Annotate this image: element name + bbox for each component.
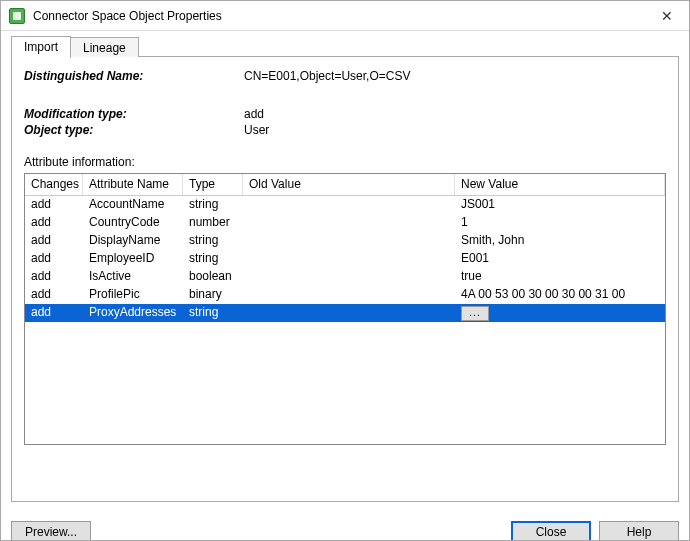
tab-strip: Import Lineage bbox=[11, 35, 679, 57]
label-attribute-information: Attribute information: bbox=[24, 155, 666, 169]
header-type[interactable]: Type bbox=[183, 174, 243, 195]
cell-type: binary bbox=[183, 286, 243, 304]
grid-header: Changes Attribute Name Type Old Value Ne… bbox=[25, 174, 665, 196]
attribute-grid: Changes Attribute Name Type Old Value Ne… bbox=[24, 173, 666, 445]
cell-changes: add bbox=[25, 286, 83, 304]
cell-new-value: 4A 00 53 00 30 00 30 00 31 00 bbox=[455, 286, 665, 304]
cell-attribute: ProxyAddresses bbox=[83, 304, 183, 322]
cell-new-value: JS001 bbox=[455, 196, 665, 214]
table-row[interactable]: addProxyAddressesstring... bbox=[25, 304, 665, 322]
value-distinguished-name: CN=E001,Object=User,O=CSV bbox=[244, 69, 666, 83]
cell-new-value: Smith, John bbox=[455, 232, 665, 250]
titlebar: Connector Space Object Properties ✕ bbox=[1, 1, 689, 31]
cell-old-value bbox=[243, 286, 455, 304]
cell-old-value bbox=[243, 232, 455, 250]
cell-old-value bbox=[243, 214, 455, 232]
cell-changes: add bbox=[25, 250, 83, 268]
cell-new-value: E001 bbox=[455, 250, 665, 268]
cell-type: boolean bbox=[183, 268, 243, 286]
app-icon bbox=[9, 8, 25, 24]
close-icon[interactable]: ✕ bbox=[644, 2, 689, 30]
table-row[interactable]: addCountryCodenumber1 bbox=[25, 214, 665, 232]
cell-attribute: ProfilePic bbox=[83, 286, 183, 304]
close-button[interactable]: Close bbox=[511, 521, 591, 542]
header-changes[interactable]: Changes bbox=[25, 174, 83, 195]
tab-import[interactable]: Import bbox=[11, 36, 71, 58]
cell-changes: add bbox=[25, 196, 83, 214]
cell-old-value bbox=[243, 196, 455, 214]
cell-type: string bbox=[183, 196, 243, 214]
cell-type: string bbox=[183, 250, 243, 268]
table-row[interactable]: addIsActivebooleantrue bbox=[25, 268, 665, 286]
cell-old-value bbox=[243, 268, 455, 286]
header-old-value[interactable]: Old Value bbox=[243, 174, 455, 195]
cell-attribute: EmployeeID bbox=[83, 250, 183, 268]
cell-attribute: IsActive bbox=[83, 268, 183, 286]
table-row[interactable]: addProfilePicbinary4A 00 53 00 30 00 30 … bbox=[25, 286, 665, 304]
value-modification-type: add bbox=[244, 107, 666, 121]
preview-button[interactable]: Preview... bbox=[11, 521, 91, 542]
window-title: Connector Space Object Properties bbox=[33, 9, 644, 23]
cell-old-value bbox=[243, 250, 455, 268]
row-object-type: Object type: User bbox=[24, 123, 666, 137]
cell-type: string bbox=[183, 232, 243, 250]
label-distinguished-name: Distinguished Name: bbox=[24, 69, 244, 83]
row-modification-type: Modification type: add bbox=[24, 107, 666, 121]
cell-changes: add bbox=[25, 304, 83, 322]
header-attribute[interactable]: Attribute Name bbox=[83, 174, 183, 195]
header-new-value[interactable]: New Value bbox=[455, 174, 665, 195]
label-modification-type: Modification type: bbox=[24, 107, 244, 121]
cell-new-value: ... bbox=[455, 304, 665, 322]
cell-old-value bbox=[243, 304, 455, 322]
cell-changes: add bbox=[25, 232, 83, 250]
cell-type: string bbox=[183, 304, 243, 322]
cell-changes: add bbox=[25, 268, 83, 286]
details-button[interactable]: ... bbox=[461, 306, 489, 321]
cell-attribute: DisplayName bbox=[83, 232, 183, 250]
value-object-type: User bbox=[244, 123, 666, 137]
dialog-footer: Preview... Close Help bbox=[1, 512, 689, 541]
label-object-type: Object type: bbox=[24, 123, 244, 137]
table-row[interactable]: addEmployeeIDstringE001 bbox=[25, 250, 665, 268]
table-row[interactable]: addDisplayNamestringSmith, John bbox=[25, 232, 665, 250]
cell-attribute: AccountName bbox=[83, 196, 183, 214]
cell-type: number bbox=[183, 214, 243, 232]
row-distinguished-name: Distinguished Name: CN=E001,Object=User,… bbox=[24, 69, 666, 83]
cell-changes: add bbox=[25, 214, 83, 232]
cell-new-value: 1 bbox=[455, 214, 665, 232]
cell-attribute: CountryCode bbox=[83, 214, 183, 232]
content-area: Import Lineage Distinguished Name: CN=E0… bbox=[1, 31, 689, 512]
table-row[interactable]: addAccountNamestringJS001 bbox=[25, 196, 665, 214]
cell-new-value: true bbox=[455, 268, 665, 286]
grid-body: addAccountNamestringJS001addCountryCoden… bbox=[25, 196, 665, 445]
help-button[interactable]: Help bbox=[599, 521, 679, 542]
tab-panel-import: Distinguished Name: CN=E001,Object=User,… bbox=[11, 57, 679, 502]
tab-lineage[interactable]: Lineage bbox=[70, 37, 139, 57]
